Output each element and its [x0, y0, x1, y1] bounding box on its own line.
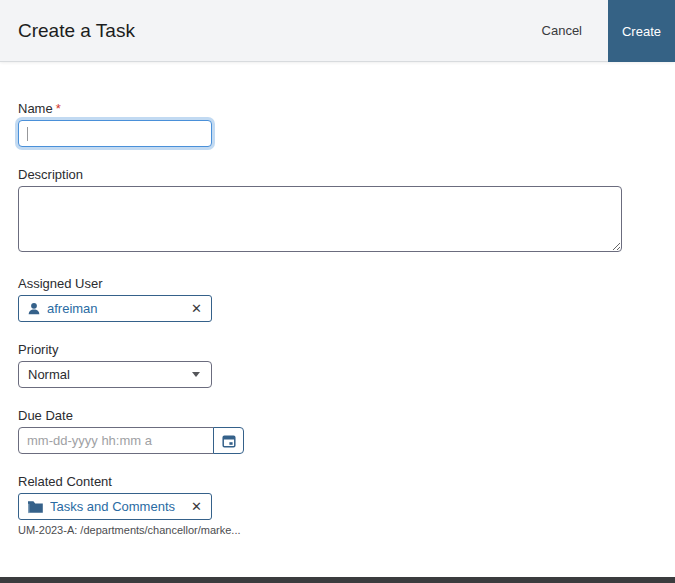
name-label-text: Name	[18, 101, 53, 116]
related-content-chip[interactable]: Tasks and Comments ✕	[18, 493, 212, 520]
assigned-user-label: Assigned User	[18, 276, 657, 291]
user-icon	[27, 302, 41, 316]
related-content-field-group: Related Content Tasks and Comments ✕ UM-…	[18, 474, 657, 536]
create-task-form: Name* Description Assigned User afreiman…	[0, 62, 675, 536]
description-field-group: Description	[18, 167, 657, 256]
description-label: Description	[18, 167, 657, 182]
cancel-button[interactable]: Cancel	[542, 23, 582, 38]
due-date-input[interactable]	[18, 427, 214, 454]
assigned-user-chip[interactable]: afreiman ✕	[18, 295, 212, 322]
name-label: Name*	[18, 101, 657, 116]
due-date-label: Due Date	[18, 408, 657, 423]
calendar-icon	[222, 434, 236, 448]
priority-select[interactable]: Normal	[18, 361, 212, 388]
name-field-group: Name*	[18, 101, 657, 147]
related-content-value: Tasks and Comments	[50, 499, 191, 514]
priority-field-group: Priority Normal	[18, 342, 657, 388]
bottom-edge-bar	[0, 577, 675, 583]
remove-user-icon[interactable]: ✕	[191, 302, 202, 315]
page-title: Create a Task	[18, 20, 135, 42]
modal-header: Create a Task Cancel Create	[0, 0, 675, 62]
name-input[interactable]	[18, 120, 212, 147]
create-button[interactable]: Create	[608, 0, 675, 62]
due-date-row	[18, 427, 657, 454]
priority-selected-value: Normal	[28, 367, 70, 382]
related-content-label: Related Content	[18, 474, 657, 489]
assigned-user-value: afreiman	[47, 301, 191, 316]
priority-label: Priority	[18, 342, 657, 357]
chevron-down-icon	[192, 372, 200, 377]
related-content-path: UM-2023-A: /departments/chancellor/marke…	[18, 524, 657, 536]
due-date-field-group: Due Date	[18, 408, 657, 454]
folder-icon	[27, 500, 44, 514]
remove-content-icon[interactable]: ✕	[191, 500, 202, 513]
date-picker-button[interactable]	[213, 427, 244, 454]
assigned-user-field-group: Assigned User afreiman ✕	[18, 276, 657, 322]
description-textarea[interactable]	[18, 186, 622, 252]
required-marker: *	[56, 101, 61, 116]
name-input-wrap	[18, 120, 212, 147]
